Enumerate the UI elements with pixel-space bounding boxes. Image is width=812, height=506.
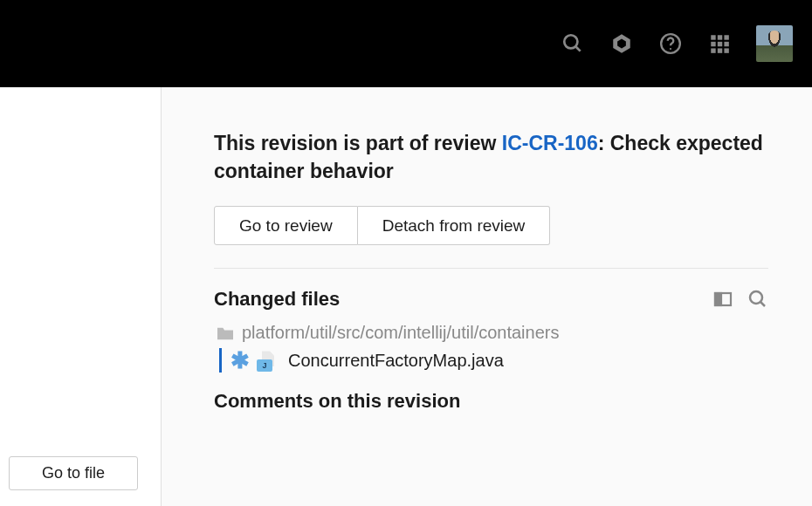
diff-view-icon[interactable] [712,289,733,310]
svg-rect-12 [724,48,728,52]
changed-files-actions [712,289,768,310]
main-content: This revision is part of review IC-CR-10… [162,87,812,506]
hexagon-icon[interactable] [609,31,634,56]
svg-rect-4 [711,35,715,39]
go-to-review-button[interactable]: Go to review [214,206,358,245]
svg-rect-8 [718,42,722,46]
go-to-file-button[interactable]: Go to file [9,456,138,490]
folder-path-text: platform/util/src/com/intellij/util/cont… [242,323,559,343]
action-button-row: Go to review Detach from review [214,206,768,245]
folder-icon [216,325,235,341]
svg-point-0 [564,35,577,48]
heading-prefix: This revision is part of review [214,132,502,154]
svg-rect-6 [724,35,728,39]
svg-rect-10 [711,48,715,52]
svg-rect-9 [724,42,728,46]
svg-rect-7 [711,42,715,46]
change-indicator-bar [219,348,222,373]
body-area: Go to file This revision is part of revi… [0,87,812,506]
search-icon[interactable] [561,31,585,56]
file-name-text: ConcurrentFactoryMap.java [288,351,504,371]
java-file-icon: J [258,351,279,370]
changed-files-title: Changed files [214,288,340,311]
sidebar: Go to file [0,87,162,506]
apps-grid-icon[interactable] [707,31,732,56]
svg-rect-11 [718,48,722,52]
modified-asterisk-icon: ✱ [231,349,250,372]
divider [214,268,768,269]
help-icon[interactable] [658,31,683,56]
revision-heading: This revision is part of review IC-CR-10… [214,129,768,185]
comments-title: Comments on this revision [214,390,768,413]
avatar[interactable] [756,25,793,62]
top-bar [0,0,812,87]
review-link[interactable]: IC-CR-106 [502,132,598,154]
svg-rect-5 [718,35,722,39]
svg-line-16 [760,302,765,306]
changed-files-header: Changed files [214,288,768,311]
svg-point-3 [670,48,671,50]
svg-rect-14 [715,293,721,305]
search-files-icon[interactable] [747,289,768,310]
svg-point-15 [750,291,762,304]
folder-row[interactable]: platform/util/src/com/intellij/util/cont… [216,323,768,343]
file-row[interactable]: ✱ J ConcurrentFactoryMap.java [219,348,768,373]
detach-from-review-button[interactable]: Detach from review [358,206,551,245]
svg-line-1 [575,46,580,51]
